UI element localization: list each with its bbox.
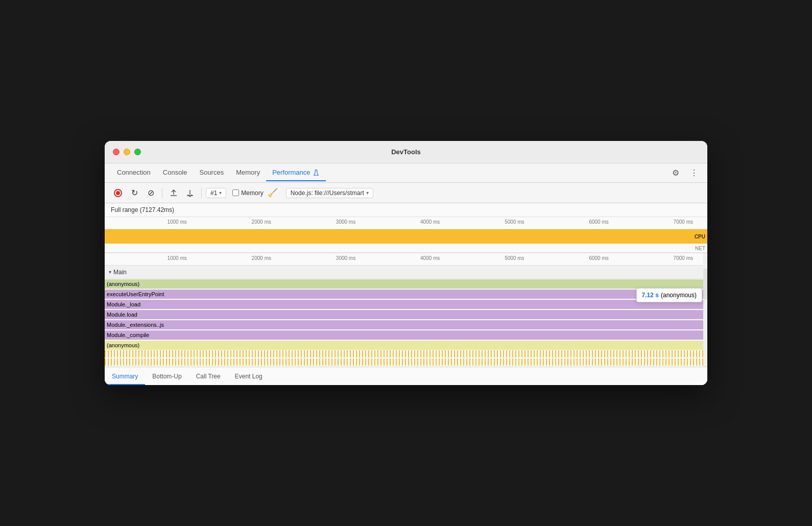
tooltip: 7.12 s (anonymous)	[636, 288, 702, 302]
separator-2	[201, 188, 202, 198]
flame-label-anonymous-1: (anonymous)	[107, 281, 139, 287]
tab-performance[interactable]: Performance	[266, 164, 325, 181]
time-ruler-inner-bottom: 1000 ms 2000 ms 3000 ms 4000 ms 5000 ms …	[105, 253, 707, 265]
flame-cell-anonymous-2[interactable]: (anonymous)	[105, 341, 703, 350]
cpu-label: CPU	[695, 234, 705, 240]
flame-ruler: 1000 ms 2000 ms 3000 ms 4000 ms 5000 ms …	[105, 253, 707, 266]
download-button[interactable]	[183, 186, 197, 200]
tabs-bar: Connection Console Sources Memory Perfor…	[105, 163, 707, 183]
flame-tick-3000: 3000 ms	[336, 255, 355, 261]
collapse-icon[interactable]: ▾	[109, 269, 111, 275]
profile-selector[interactable]: #1 ▾	[206, 188, 226, 198]
tab-summary[interactable]: Summary	[105, 369, 145, 385]
reload-button[interactable]: ↻	[127, 186, 141, 200]
mini-bar-row-2	[105, 358, 703, 366]
record-button[interactable]	[111, 186, 125, 200]
node-selector[interactable]: Node.js: file:///Users/stmart ▾	[286, 188, 373, 198]
tab-sources[interactable]: Sources	[193, 164, 230, 181]
memory-tool-icon[interactable]: 🧹	[266, 186, 280, 200]
time-ruler-inner-top: 1000 ms 2000 ms 3000 ms 4000 ms 5000 ms …	[105, 217, 707, 229]
time-ruler-top: 1000 ms 2000 ms 3000 ms 4000 ms 5000 ms …	[105, 217, 707, 229]
node-label: Node.js: file:///Users/stmart	[291, 189, 364, 197]
net-bar: NET	[105, 244, 707, 253]
tick-1000: 1000 ms	[167, 219, 186, 225]
flame-cell-extensions[interactable]: Module._extensions..js	[105, 320, 703, 329]
flame-row-5[interactable]: Module._compile	[105, 330, 707, 340]
flame-cell-module-load[interactable]: Module._load	[105, 300, 703, 309]
settings-icon[interactable]: ⚙	[668, 166, 683, 180]
more-icon[interactable]: ⋮	[687, 166, 701, 180]
upload-button[interactable]	[166, 186, 181, 200]
tick-7000: 7000 ms	[674, 219, 693, 225]
flame-cell-anonymous-1[interactable]: (anonymous)	[105, 279, 703, 289]
mini-bars-1	[105, 350, 707, 367]
tick-6000: 6000 ms	[589, 219, 608, 225]
flame-label-module-load: Module._load	[107, 301, 140, 307]
flame-label-module-load2: Module.load	[107, 312, 137, 318]
memory-checkbox[interactable]: Memory	[232, 189, 263, 197]
net-label: NET	[695, 245, 705, 251]
node-chevron-icon: ▾	[366, 190, 369, 196]
flame-tick-1000: 1000 ms	[167, 255, 186, 261]
upload-icon	[170, 189, 178, 197]
flame-tick-2000: 2000 ms	[252, 255, 271, 261]
flame-label-execute: executeUserEntryPoint	[107, 291, 164, 297]
flame-tick-6000: 6000 ms	[589, 255, 608, 261]
flame-label-extensions: Module._extensions..js	[107, 322, 164, 328]
record-icon	[114, 189, 122, 197]
main-section-header: ▾ Main	[105, 266, 707, 279]
minimize-button[interactable]	[124, 149, 130, 155]
flame-cell-module-load2[interactable]: Module.load	[105, 310, 703, 319]
tab-connection[interactable]: Connection	[111, 164, 157, 181]
download-icon	[186, 189, 194, 197]
flame-row-3[interactable]: Module.load	[105, 309, 707, 320]
tick-4000: 4000 ms	[420, 219, 440, 225]
tab-call-tree[interactable]: Call Tree	[189, 369, 228, 385]
profile-label: #1	[210, 189, 217, 197]
tab-bottom-up[interactable]: Bottom-Up	[145, 369, 188, 385]
main-content: Full range (7127.42ms) 1000 ms 2000 ms 3…	[105, 203, 707, 385]
tooltip-label: (anonymous)	[661, 292, 697, 299]
cpu-bar: CPU	[105, 229, 707, 244]
flame-row-4[interactable]: Module._extensions..js	[105, 320, 707, 330]
flame-row-2[interactable]: Module._load	[105, 299, 707, 309]
scrollbar-thumb[interactable]	[703, 269, 707, 299]
flame-rows: (anonymous) executeUserEntryPoint 7.12 s…	[105, 279, 707, 367]
flame-tick-5000: 5000 ms	[505, 255, 524, 261]
tick-3000: 3000 ms	[336, 219, 355, 225]
memory-check-input[interactable]	[232, 189, 239, 196]
flame-tick-4000: 4000 ms	[420, 255, 440, 261]
tab-memory[interactable]: Memory	[230, 164, 266, 181]
toolbar: ↻ ⊘ #1 ▾ Memory 🧹 Node.js: file:///Users…	[105, 183, 707, 203]
flame-cell-execute[interactable]: executeUserEntryPoint	[105, 290, 703, 299]
flame-label-anonymous-2: (anonymous)	[107, 342, 139, 348]
close-button[interactable]	[113, 149, 120, 155]
flame-row-6[interactable]: (anonymous)	[105, 340, 707, 350]
tab-console[interactable]: Console	[157, 164, 194, 181]
flame-chart-area: 1000 ms 2000 ms 3000 ms 4000 ms 5000 ms …	[105, 253, 707, 367]
mini-bar-row-1	[105, 350, 703, 357]
flame-row-0[interactable]: (anonymous)	[105, 279, 707, 289]
flask-icon	[313, 169, 320, 176]
flame-tick-7000: 7000 ms	[674, 255, 693, 261]
scrollbar-track	[703, 253, 707, 367]
flame-cell-compile[interactable]: Module._compile	[105, 330, 703, 340]
devtools-window: DevTools Connection Console Sources Memo…	[105, 141, 707, 385]
svg-point-2	[116, 191, 120, 195]
traffic-lights	[113, 149, 141, 155]
tab-event-log[interactable]: Event Log	[228, 369, 270, 385]
flame-label-compile: Module._compile	[107, 332, 149, 338]
maximize-button[interactable]	[134, 149, 141, 155]
window-title: DevTools	[391, 148, 421, 156]
tick-2000: 2000 ms	[252, 219, 271, 225]
main-label: Main	[113, 269, 127, 276]
clear-button[interactable]: ⊘	[144, 186, 158, 200]
bottom-tabs: Summary Bottom-Up Call Tree Event Log	[105, 367, 707, 385]
timeline-container: 1000 ms 2000 ms 3000 ms 4000 ms 5000 ms …	[105, 217, 707, 253]
chevron-down-icon: ▾	[219, 190, 222, 196]
separator-1	[162, 188, 162, 198]
memory-label: Memory	[241, 189, 263, 197]
flame-row-1[interactable]: executeUserEntryPoint 7.12 s (anonymous)	[105, 289, 707, 299]
tick-5000: 5000 ms	[505, 219, 524, 225]
tab-icons: ⚙ ⋮	[668, 166, 701, 180]
